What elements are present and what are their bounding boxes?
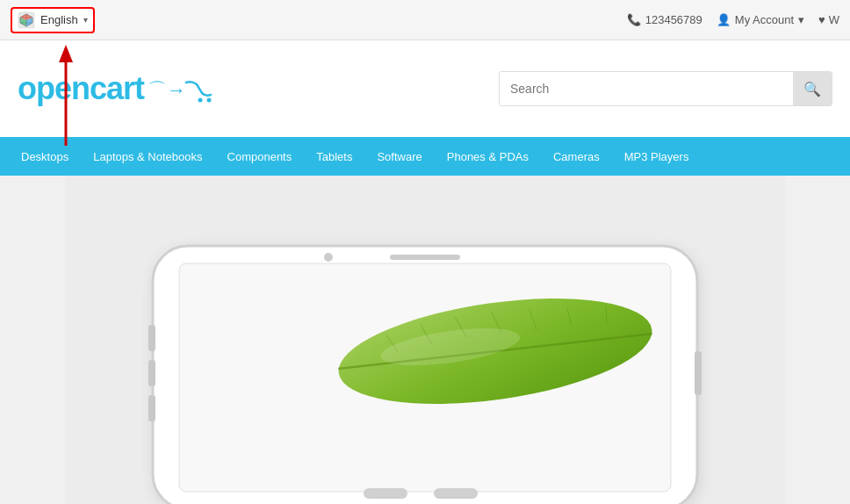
svg-rect-18 <box>695 351 702 395</box>
logo-text: opencart <box>18 70 144 107</box>
search-button[interactable]: 🔍 <box>793 72 832 105</box>
phone-icon: 📞 <box>627 13 641 26</box>
phone-item: 📞 123456789 <box>627 13 702 26</box>
nav-item-mp3[interactable]: MP3 Players <box>612 137 702 176</box>
logo-cart-svg <box>184 79 216 104</box>
top-bar: English ▾ 📞 123456789 👤 My Account ▾ ♥ W <box>0 0 850 40</box>
search-icon: 🔍 <box>803 81 821 97</box>
language-dropdown-arrow: ▾ <box>83 15 88 25</box>
search-input[interactable] <box>500 72 793 105</box>
nav-item-laptops[interactable]: Laptops & Notebooks <box>81 137 214 176</box>
account-icon: 👤 <box>717 13 731 26</box>
language-icon <box>18 11 35 29</box>
hero-banner <box>0 176 850 504</box>
svg-rect-21 <box>390 255 460 260</box>
language-label: English <box>40 13 78 26</box>
svg-rect-16 <box>148 360 155 386</box>
account-arrow: ▾ <box>798 13 804 26</box>
logo-cart-icon: ⌒→ <box>148 77 186 104</box>
wishlist-button[interactable]: ♥ W <box>818 13 839 26</box>
wishlist-icon: ♥ <box>818 13 825 26</box>
svg-point-22 <box>324 253 333 262</box>
nav-item-tablets[interactable]: Tablets <box>304 137 364 176</box>
nav-item-software[interactable]: Software <box>364 137 434 176</box>
svg-point-11 <box>207 98 212 103</box>
svg-rect-20 <box>434 488 478 499</box>
account-label: My Account <box>735 13 794 26</box>
svg-point-10 <box>198 98 203 103</box>
phone-number: 123456789 <box>645 13 702 26</box>
svg-rect-19 <box>364 488 407 499</box>
logo[interactable]: opencart ⌒→ <box>18 70 216 107</box>
svg-rect-15 <box>148 325 155 351</box>
search-bar: 🔍 <box>499 71 832 106</box>
nav-item-cameras[interactable]: Cameras <box>541 137 612 176</box>
top-right-bar: 📞 123456789 👤 My Account ▾ ♥ W <box>627 13 839 26</box>
nav-item-components[interactable]: Components <box>215 137 305 176</box>
wishlist-label: W <box>829 13 839 26</box>
hero-image <box>65 176 785 504</box>
nav-item-phones[interactable]: Phones & PDAs <box>435 137 541 176</box>
navbar: Desktops Laptops & Notebooks Components … <box>0 137 850 176</box>
header: opencart ⌒→ 🔍 <box>0 40 850 137</box>
language-selector[interactable]: English ▾ <box>11 7 95 33</box>
my-account-button[interactable]: 👤 My Account ▾ <box>717 13 804 26</box>
nav-item-desktops[interactable]: Desktops <box>9 137 81 176</box>
svg-rect-17 <box>148 395 155 421</box>
